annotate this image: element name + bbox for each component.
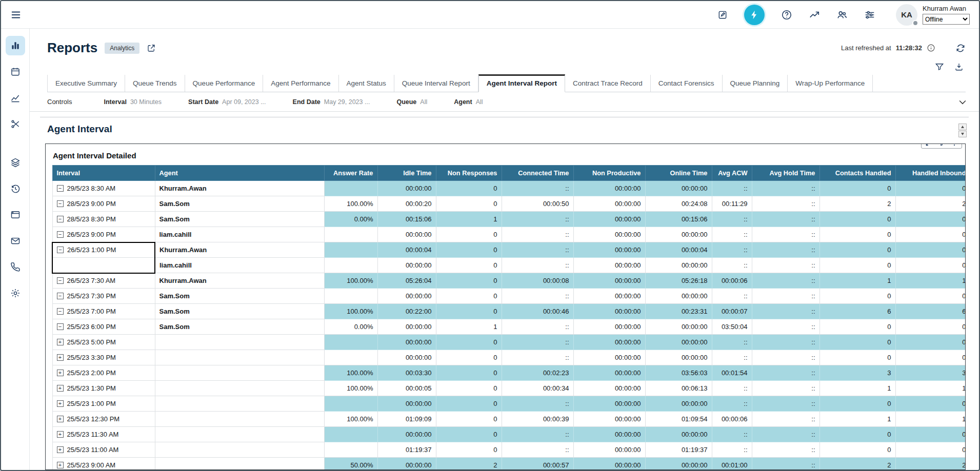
cell-interval[interactable]: −26/5/23 1:00 PM xyxy=(52,242,155,258)
cell-interval[interactable]: +25/5/23 12:30 PM xyxy=(52,412,155,427)
cell-value[interactable]: 05:26:04 xyxy=(377,273,436,289)
cell-interval[interactable]: +25/5/23 11:00 AM xyxy=(52,442,155,458)
cell-value[interactable]: :: xyxy=(712,289,752,304)
cell-value[interactable]: 0 xyxy=(895,319,966,335)
cell-value[interactable]: 00:00:00 xyxy=(377,258,436,273)
cell-agent[interactable]: Sam.Som xyxy=(155,196,324,212)
collapse-row-icon[interactable]: − xyxy=(57,247,64,253)
cell-interval[interactable]: −26/5/23 7:30 AM xyxy=(52,273,155,289)
cell-value[interactable]: :: xyxy=(502,258,573,273)
control-queue[interactable]: QueueAll xyxy=(396,98,427,106)
cell-value[interactable]: 0 xyxy=(436,365,502,381)
cell-value[interactable] xyxy=(324,427,377,442)
cell-value[interactable]: 00:00:00 xyxy=(645,289,712,304)
expand-row-icon[interactable]: + xyxy=(57,370,64,376)
column-header-handled-inbound[interactable]: Handled Inbound xyxy=(895,166,966,181)
export-icon[interactable] xyxy=(954,62,964,71)
cell-value[interactable]: 00:22:00 xyxy=(377,304,436,319)
cell-agent[interactable]: Sam.Som xyxy=(155,304,324,319)
collapse-row-icon[interactable]: − xyxy=(57,323,64,330)
cell-value[interactable]: 00:00:00 xyxy=(573,319,645,335)
tab-queue-planning[interactable]: Queue Planning xyxy=(723,75,788,92)
cell-value[interactable]: 0 xyxy=(436,427,502,442)
cell-value[interactable] xyxy=(324,335,377,350)
cell-value[interactable]: 0 xyxy=(895,242,966,258)
cell-value[interactable]: :: xyxy=(752,242,819,258)
cell-value[interactable]: 00:00:00 xyxy=(573,412,645,427)
cell-value[interactable]: 00:15:06 xyxy=(645,212,712,227)
sidebar-item-mail[interactable] xyxy=(6,231,25,251)
expand-widget-icon[interactable] xyxy=(925,144,932,147)
contacts-icon[interactable] xyxy=(836,9,848,21)
cell-value[interactable] xyxy=(324,181,377,196)
cell-value[interactable]: :: xyxy=(712,442,752,458)
cell-value[interactable] xyxy=(324,350,377,365)
cell-value[interactable]: 00:00:00 xyxy=(377,350,436,365)
cell-value[interactable]: 0 xyxy=(895,350,966,365)
filter-icon[interactable] xyxy=(935,62,944,71)
cell-value[interactable]: 00:00:05 xyxy=(377,381,436,396)
cell-value[interactable]: 0 xyxy=(819,335,895,350)
cell-value[interactable]: 01:19:37 xyxy=(645,442,712,458)
cell-value[interactable]: :: xyxy=(712,181,752,196)
cell-value[interactable]: 00:00:00 xyxy=(377,396,436,412)
cell-value[interactable]: 0 xyxy=(895,442,966,458)
sidebar-item-phone[interactable] xyxy=(6,257,25,277)
cell-value[interactable]: 01:09:54 xyxy=(645,412,712,427)
cell-value[interactable]: 0 xyxy=(819,227,895,242)
cell-value[interactable]: 0 xyxy=(819,427,895,442)
tab-contact-forensics[interactable]: Contact Forensics xyxy=(651,75,723,92)
scroll-down-button[interactable] xyxy=(958,131,967,137)
collapse-row-icon[interactable]: − xyxy=(57,185,64,192)
cell-value[interactable]: 00:24:08 xyxy=(645,196,712,212)
cell-value[interactable]: 00:00:00 xyxy=(645,335,712,350)
column-header-non-productive[interactable]: Non Productive xyxy=(573,166,645,181)
cell-value[interactable]: 00:00:00 xyxy=(573,227,645,242)
cell-interval[interactable]: +25/5/23 3:30 PM xyxy=(52,350,155,365)
status-select[interactable]: Offline xyxy=(923,14,970,25)
cell-value[interactable]: 00:00:00 xyxy=(573,181,645,196)
chevron-down-icon[interactable] xyxy=(957,97,968,107)
cell-value[interactable]: 0 xyxy=(436,396,502,412)
cell-interval[interactable]: −25/5/23 6:00 PM xyxy=(52,319,155,335)
cell-value[interactable]: :: xyxy=(712,396,752,412)
expand-row-icon[interactable]: + xyxy=(57,416,64,422)
cell-interval[interactable]: −25/5/23 7:30 PM xyxy=(52,289,155,304)
cell-value[interactable]: 00:00:00 xyxy=(377,458,436,470)
cell-value[interactable]: 00:00:00 xyxy=(573,335,645,350)
control-start-date[interactable]: Start DateApr 09, 2023 ... xyxy=(188,98,266,106)
sidebar-item-window[interactable] xyxy=(6,205,25,224)
cell-value[interactable]: :: xyxy=(502,242,573,258)
column-header-non-responses[interactable]: Non Responses xyxy=(436,166,502,181)
cell-agent[interactable] xyxy=(155,412,324,427)
cell-value[interactable]: :: xyxy=(502,319,573,335)
cell-value[interactable]: 00:06:13 xyxy=(645,381,712,396)
cell-value[interactable]: 100.00% xyxy=(324,196,377,212)
cell-value[interactable]: 00:00:00 xyxy=(573,273,645,289)
cell-interval[interactable]: +25/5/23 1:00 PM xyxy=(52,396,155,412)
cell-value[interactable] xyxy=(324,242,377,258)
cell-value[interactable]: 00:03:30 xyxy=(377,365,436,381)
cell-value[interactable]: 00:01:00 xyxy=(712,458,752,470)
cell-value[interactable]: 00:00:50 xyxy=(502,196,573,212)
cell-interval[interactable]: +25/5/23 5:00 PM xyxy=(52,335,155,350)
cell-value[interactable]: 100.00% xyxy=(324,365,377,381)
column-header-contacts-handled[interactable]: Contacts Handled xyxy=(819,166,895,181)
cell-value[interactable]: 00:00:00 xyxy=(573,304,645,319)
cell-interval[interactable]: +25/5/23 2:00 PM xyxy=(52,365,155,381)
cell-value[interactable]: 00:00:07 xyxy=(712,304,752,319)
expand-row-icon[interactable]: + xyxy=(57,354,64,361)
cell-value[interactable]: :: xyxy=(502,442,573,458)
cell-value[interactable]: 0 xyxy=(436,289,502,304)
cell-value[interactable]: 100.00% xyxy=(324,381,377,396)
cell-value[interactable]: :: xyxy=(712,381,752,396)
cell-value[interactable]: 05:26:18 xyxy=(645,273,712,289)
cell-value[interactable]: 00:00:00 xyxy=(573,350,645,365)
cell-value[interactable]: :: xyxy=(752,258,819,273)
column-header-connected-time[interactable]: Connected Time xyxy=(502,166,573,181)
cell-agent[interactable] xyxy=(155,458,324,470)
cell-value[interactable]: 0 xyxy=(819,350,895,365)
cell-value[interactable]: :: xyxy=(502,212,573,227)
sidebar-item-settings[interactable] xyxy=(6,283,25,303)
cell-value[interactable]: 2 xyxy=(895,196,966,212)
